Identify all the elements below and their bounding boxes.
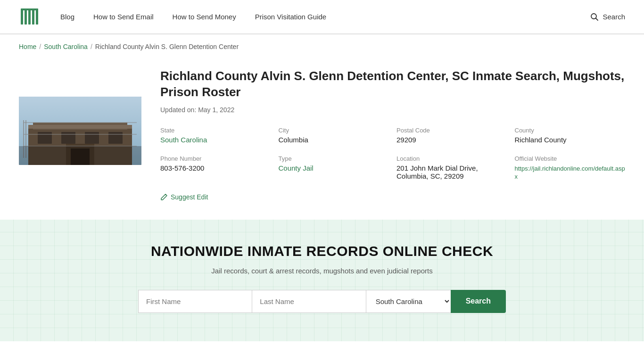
website-value[interactable]: https://jail.richlandonline.com/default.…	[515, 165, 625, 180]
detail-state: State South Carolina	[160, 127, 271, 144]
nationwide-section: NATIONWIDE INMATE RECORDS ONLINE CHECK J…	[0, 220, 644, 341]
website-label: Official Website	[515, 155, 626, 162]
type-label: Type	[279, 155, 389, 162]
breadcrumb-current: Richland County Alvin S. Glenn Detention…	[95, 43, 239, 50]
breadcrumb-sep-2: /	[91, 43, 92, 50]
detail-county: County Richland County	[515, 127, 626, 144]
details-grid: State South Carolina City Columbia Posta…	[160, 127, 625, 180]
svg-rect-4	[36, 9, 38, 25]
detail-postal: Postal Code 29209	[396, 127, 507, 144]
search-label: Search	[603, 13, 625, 21]
nav-visitation-guide[interactable]: Prison Visitation Guide	[255, 13, 326, 21]
svg-rect-1	[25, 9, 27, 25]
last-name-input[interactable]	[252, 290, 365, 313]
svg-rect-5	[21, 8, 38, 10]
logo-icon	[19, 6, 41, 28]
detail-location: Location 201 John Mark Dial Drive, Colum…	[396, 155, 507, 180]
detail-city: City Columbia	[279, 127, 389, 144]
svg-rect-13	[61, 132, 75, 144]
inmate-search-form: AlabamaAlaskaArizonaArkansasCaliforniaCo…	[138, 290, 506, 313]
svg-rect-11	[28, 125, 132, 129]
svg-rect-0	[21, 9, 23, 25]
nav-send-email[interactable]: How to Send Email	[93, 13, 154, 21]
state-value[interactable]: South Carolina	[160, 136, 207, 144]
main-content: Richland County Alvin S. Glenn Detention…	[0, 59, 644, 220]
detail-phone: Phone Number 803-576-3200	[160, 155, 271, 180]
facility-image-inner	[19, 97, 141, 165]
facility-info: Richland County Alvin S. Glenn Detention…	[160, 68, 625, 201]
svg-rect-15	[108, 132, 123, 144]
detail-type: Type County Jail	[279, 155, 389, 180]
state-label: State	[160, 127, 271, 134]
postal-label: Postal Code	[396, 127, 507, 134]
nav-send-money[interactable]: How to Send Money	[173, 13, 236, 21]
svg-rect-14	[85, 132, 99, 144]
suggest-edit-link[interactable]: Suggest Edit	[160, 193, 625, 201]
svg-rect-3	[32, 9, 34, 25]
breadcrumb-state[interactable]: South Carolina	[44, 43, 88, 50]
search-icon	[590, 13, 599, 21]
postal-value: 29209	[396, 136, 507, 144]
phone-label: Phone Number	[160, 155, 271, 162]
detail-website: Official Website https://jail.richlandon…	[515, 155, 626, 180]
nationwide-title: NATIONWIDE INMATE RECORDS ONLINE CHECK	[19, 243, 625, 259]
facility-svg	[19, 97, 141, 165]
header-search[interactable]: Search	[590, 13, 625, 21]
search-button[interactable]: Search	[451, 290, 506, 313]
city-value: Columbia	[279, 136, 389, 144]
city-label: City	[279, 127, 389, 134]
county-label: County	[515, 127, 626, 134]
svg-rect-12	[38, 132, 52, 144]
svg-line-7	[596, 18, 598, 20]
location-value: 201 John Mark Dial Drive, Columbia, SC, …	[396, 164, 507, 180]
svg-rect-2	[28, 9, 31, 25]
logo[interactable]	[19, 6, 41, 28]
header: Blog How to Send Email How to Send Money…	[0, 0, 644, 34]
facility-title: Richland County Alvin S. Glenn Detention…	[160, 68, 625, 100]
main-nav: Blog How to Send Email How to Send Money…	[60, 13, 590, 21]
county-value: Richland County	[515, 136, 626, 144]
first-name-input[interactable]	[138, 290, 252, 313]
breadcrumb: Home / South Carolina / Richland County …	[0, 34, 644, 59]
phone-value: 803-576-3200	[160, 164, 271, 172]
pencil-icon	[160, 193, 168, 201]
breadcrumb-sep-1: /	[39, 43, 41, 50]
suggest-edit-label: Suggest Edit	[171, 193, 208, 201]
svg-rect-17	[71, 148, 90, 165]
location-label: Location	[396, 155, 507, 162]
updated-date: Updated on: May 1, 2022	[160, 106, 625, 114]
type-value[interactable]: County Jail	[279, 164, 314, 172]
svg-rect-16	[66, 144, 94, 165]
state-select[interactable]: AlabamaAlaskaArizonaArkansasCaliforniaCo…	[366, 290, 451, 313]
facility-image	[19, 97, 141, 165]
nav-blog[interactable]: Blog	[60, 13, 74, 21]
nationwide-subtitle: Jail records, court & arrest records, mu…	[19, 267, 625, 275]
breadcrumb-home[interactable]: Home	[19, 43, 36, 50]
